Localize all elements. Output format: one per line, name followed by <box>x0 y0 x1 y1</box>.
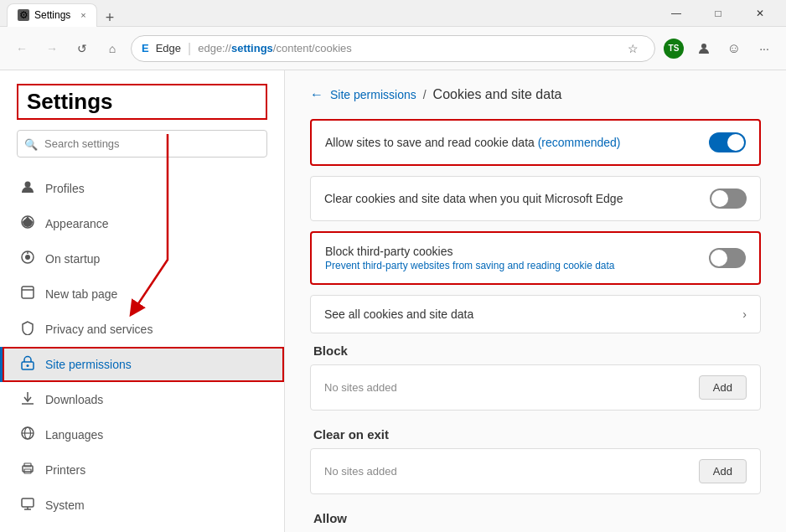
back-button[interactable]: ← <box>10 37 34 60</box>
svg-rect-6 <box>22 287 34 298</box>
profiles-label: Profiles <box>45 182 85 195</box>
minimize-button[interactable]: — <box>657 0 696 27</box>
block-inner: No sites added Add <box>310 364 761 411</box>
allow-cookies-toggle-knob <box>727 134 744 151</box>
settings-tab-label: Settings <box>34 9 70 21</box>
block-third-party-toggle[interactable] <box>709 248 746 268</box>
site-permissions-icon <box>20 355 35 374</box>
downloads-icon <box>20 390 35 409</box>
printers-icon <box>20 461 35 479</box>
window-controls: — □ ✕ <box>657 0 779 27</box>
on-startup-icon <box>20 250 35 268</box>
block-third-party-sublabel: Prevent third-party websites from saving… <box>325 260 615 271</box>
sidebar-item-downloads[interactable]: Downloads <box>0 382 284 417</box>
allow-cookies-toggle[interactable] <box>709 132 746 152</box>
breadcrumb-back-button[interactable]: ← <box>310 87 323 102</box>
breadcrumb-current: Cookies and site data <box>433 87 562 102</box>
tab-area: ⚙ Settings × + <box>7 0 119 27</box>
sidebar-item-new-tab[interactable]: New tab page <box>0 276 284 312</box>
url-suffix: /content/cookies <box>273 42 352 54</box>
title-bar-left: ⚙ Settings × + <box>7 0 119 27</box>
breadcrumb-separator: / <box>423 88 427 101</box>
languages-label: Languages <box>45 428 103 442</box>
url-text: edge://settings/content/cookies <box>198 42 614 54</box>
home-button[interactable]: ⌂ <box>101 37 124 60</box>
new-tab-label: New tab page <box>45 287 117 301</box>
refresh-button[interactable]: ↺ <box>70 37 94 60</box>
printers-label: Printers <box>45 463 85 477</box>
sidebar-item-site-permissions[interactable]: Site permissions <box>0 347 284 382</box>
allow-cookies-label: Allow sites to save and read cookie data… <box>325 136 709 149</box>
clear-on-exit-section: Clear on exit No sites added Add <box>310 427 761 494</box>
edge-logo: E <box>142 42 149 54</box>
block-add-button[interactable]: Add <box>699 375 747 400</box>
on-startup-label: On startup <box>45 252 100 266</box>
search-settings-input[interactable] <box>17 130 267 158</box>
settings-tab-icon: ⚙ <box>18 9 29 21</box>
sidebar-item-languages[interactable]: Languages <box>0 417 284 452</box>
clear-on-exit-inner: No sites added Add <box>310 448 761 494</box>
privacy-icon <box>20 320 35 338</box>
url-bar[interactable]: E Edge | edge://settings/content/cookies… <box>131 35 655 62</box>
clear-on-exit-no-sites: No sites added <box>324 465 397 478</box>
clear-cookies-row: Clear cookies and site data when you qui… <box>311 177 760 220</box>
sidebar-item-on-startup[interactable]: On startup <box>0 241 284 276</box>
clear-cookies-toggle-knob <box>711 190 728 207</box>
user-icon <box>697 42 711 55</box>
system-icon <box>20 496 35 514</box>
block-third-party-section: Block third-party cookies Prevent third-… <box>310 231 761 285</box>
settings-tab[interactable]: ⚙ Settings × <box>7 3 97 27</box>
block-no-sites: No sites added <box>324 381 397 394</box>
breadcrumb: ← Site permissions / Cookies and site da… <box>310 87 761 102</box>
close-button[interactable]: ✕ <box>741 0 779 27</box>
appearance-label: Appearance <box>45 217 109 230</box>
search-settings-wrap: 🔍 <box>17 130 267 158</box>
clear-cookies-section: Clear cookies and site data when you qui… <box>310 176 761 221</box>
sidebar: Settings 🔍 Profiles Appearance <box>0 70 285 532</box>
breadcrumb-link[interactable]: Site permissions <box>330 88 416 101</box>
see-all-cookies-section: See all cookies and site data › <box>310 295 761 333</box>
sidebar-item-profiles[interactable]: Profiles <box>0 171 284 206</box>
sidebar-item-privacy[interactable]: Privacy and services <box>0 312 284 347</box>
sidebar-nav: Profiles Appearance On startup New tab p… <box>0 171 284 532</box>
url-divider: | <box>188 41 191 56</box>
tab-close-btn[interactable]: × <box>80 10 85 20</box>
sidebar-item-appearance[interactable]: Appearance <box>0 206 284 241</box>
allow-cookies-row: Allow sites to save and read cookie data… <box>312 121 759 164</box>
sidebar-item-system[interactable]: System <box>0 488 284 523</box>
more-menu-button[interactable]: ··· <box>752 37 776 60</box>
allow-cookies-section: Allow sites to save and read cookie data… <box>310 119 761 166</box>
maximize-button[interactable]: □ <box>699 0 737 27</box>
see-all-cookies-row[interactable]: See all cookies and site data › <box>311 296 760 333</box>
clear-cookies-toggle[interactable] <box>710 189 747 209</box>
clear-on-exit-title: Clear on exit <box>310 427 761 442</box>
block-third-party-row: Block third-party cookies Prevent third-… <box>312 233 759 283</box>
favorites-star[interactable]: ☆ <box>621 37 644 60</box>
block-third-party-toggle-knob <box>711 250 727 266</box>
new-tab-button[interactable]: + <box>101 9 120 27</box>
block-third-party-label: Block third-party cookies <box>325 245 615 258</box>
url-path: settings <box>231 42 273 54</box>
content-area: ← Site permissions / Cookies and site da… <box>285 70 786 532</box>
svg-point-9 <box>27 364 29 367</box>
user-button[interactable] <box>692 37 716 60</box>
sidebar-item-reset[interactable]: Reset settings <box>0 523 284 532</box>
main-layout: Settings 🔍 Profiles Appearance <box>0 70 786 532</box>
appearance-icon <box>20 214 35 233</box>
svg-rect-18 <box>22 498 34 507</box>
see-all-cookies-label: See all cookies and site data <box>324 307 473 321</box>
sidebar-item-printers[interactable]: Printers <box>0 452 284 488</box>
downloads-label: Downloads <box>45 393 103 406</box>
profiles-icon <box>20 179 35 198</box>
see-all-cookies-chevron: › <box>742 307 747 321</box>
page-title: Settings <box>27 89 257 115</box>
search-icon: 🔍 <box>24 137 38 150</box>
clear-on-exit-add-button[interactable]: Add <box>699 459 747 483</box>
profile-badge: TS <box>664 39 684 59</box>
emoji-button[interactable]: ☺ <box>722 37 746 60</box>
forward-button[interactable]: → <box>40 37 64 60</box>
profile-button[interactable]: TS <box>662 37 685 60</box>
clear-cookies-label: Clear cookies and site data when you qui… <box>324 192 710 205</box>
system-label: System <box>45 498 85 512</box>
address-bar: ← → ↺ ⌂ E Edge | edge://settings/content… <box>0 27 786 70</box>
